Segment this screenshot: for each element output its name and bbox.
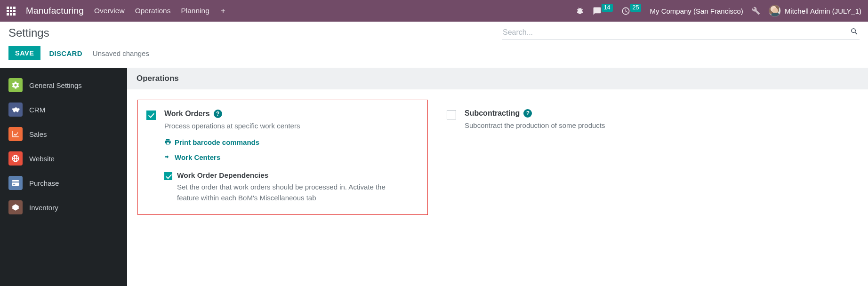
avatar xyxy=(769,5,781,17)
work-orders-title: Work Orders xyxy=(164,110,210,118)
sidebar-item-purchase[interactable]: Purchase xyxy=(0,171,127,195)
search-wrap xyxy=(502,26,860,39)
sidebar-item-label: CRM xyxy=(29,106,45,114)
handshake-icon xyxy=(8,103,23,117)
help-icon[interactable]: ? xyxy=(523,109,532,118)
setting-subcontracting: Subcontracting ? Subcontract the product… xyxy=(447,100,605,215)
sidebar-item-website[interactable]: Website xyxy=(0,146,127,171)
sidebar-item-label: General Settings xyxy=(29,81,82,89)
apps-icon[interactable] xyxy=(7,7,16,16)
user-name: Mitchell Admin (JULY_1) xyxy=(785,7,861,15)
box-icon xyxy=(8,200,23,214)
help-icon[interactable]: ? xyxy=(214,110,222,118)
search-icon[interactable] xyxy=(850,27,859,37)
dirty-indicator: Unsaved changes xyxy=(93,49,149,57)
main-layout: General Settings CRM Sales Website Purch xyxy=(0,68,868,286)
wrench-icon[interactable] xyxy=(752,7,760,15)
sub-setting-dependencies: Work Order Dependencies Set the order th… xyxy=(164,171,403,204)
header-row: Settings xyxy=(0,22,868,39)
dependencies-title: Work Order Dependencies xyxy=(177,171,403,180)
nav-overview[interactable]: Overview xyxy=(94,7,125,15)
plus-icon[interactable] xyxy=(220,8,226,14)
sidebar-item-label: Inventory xyxy=(29,204,58,212)
subcontracting-desc: Subcontract the production of some produ… xyxy=(465,120,605,131)
clock-badge: 25 xyxy=(630,4,642,12)
settings-grid: Work Orders ? Process operations at spec… xyxy=(127,89,868,225)
sidebar-item-crm[interactable]: CRM xyxy=(0,97,127,122)
company-selector[interactable]: My Company (San Francisco) xyxy=(650,7,743,15)
settings-sidebar: General Settings CRM Sales Website Purch xyxy=(0,68,127,286)
activities-button[interactable]: 25 xyxy=(621,7,642,16)
work-centers-link[interactable]: Work Centers xyxy=(164,153,403,162)
nav-planning[interactable]: Planning xyxy=(181,7,209,15)
print-barcode-label: Print barcode commands xyxy=(175,138,259,146)
work-orders-checkbox[interactable] xyxy=(146,110,156,120)
print-barcode-link[interactable]: Print barcode commands xyxy=(164,138,403,147)
work-orders-desc: Process operations at specific work cent… xyxy=(164,121,403,132)
section-header: Operations xyxy=(127,68,868,89)
dependencies-desc: Set the order that work orders should be… xyxy=(177,182,403,204)
sidebar-item-general[interactable]: General Settings xyxy=(0,73,127,97)
sidebar-item-label: Sales xyxy=(29,130,47,138)
globe-icon xyxy=(8,151,23,166)
chart-icon xyxy=(8,127,23,141)
chat-badge: 14 xyxy=(602,4,613,12)
top-navbar: Manufacturing Overview Operations Planni… xyxy=(0,0,868,22)
bug-icon[interactable] xyxy=(576,7,584,15)
chat-icon xyxy=(593,7,602,16)
work-centers-label: Work Centers xyxy=(175,153,220,161)
sidebar-item-inventory[interactable]: Inventory xyxy=(0,195,127,220)
card-icon xyxy=(8,176,23,190)
search-input[interactable] xyxy=(503,28,850,37)
sidebar-item-label: Website xyxy=(29,155,55,163)
sidebar-item-sales[interactable]: Sales xyxy=(0,122,127,146)
action-row: SAVE DISCARD Unsaved changes xyxy=(0,39,868,68)
user-menu[interactable]: Mitchell Admin (JULY_1) xyxy=(769,5,861,17)
chat-button[interactable]: 14 xyxy=(593,7,613,16)
nav-operations[interactable]: Operations xyxy=(135,7,171,15)
arrow-right-icon xyxy=(164,153,171,162)
settings-content: Operations Work Orders ? Process operati… xyxy=(127,68,868,286)
save-button[interactable]: SAVE xyxy=(8,46,40,60)
clock-icon xyxy=(621,7,630,16)
discard-button[interactable]: DISCARD xyxy=(47,47,84,60)
subcontracting-checkbox[interactable] xyxy=(447,110,456,119)
gear-icon xyxy=(8,78,23,92)
setting-work-orders: Work Orders ? Process operations at spec… xyxy=(137,100,428,215)
sidebar-item-label: Purchase xyxy=(29,179,59,187)
app-title[interactable]: Manufacturing xyxy=(26,6,84,16)
page-title: Settings xyxy=(8,26,49,39)
subcontracting-title: Subcontracting xyxy=(465,109,520,118)
printer-icon xyxy=(164,138,171,147)
dependencies-checkbox[interactable] xyxy=(164,172,172,180)
